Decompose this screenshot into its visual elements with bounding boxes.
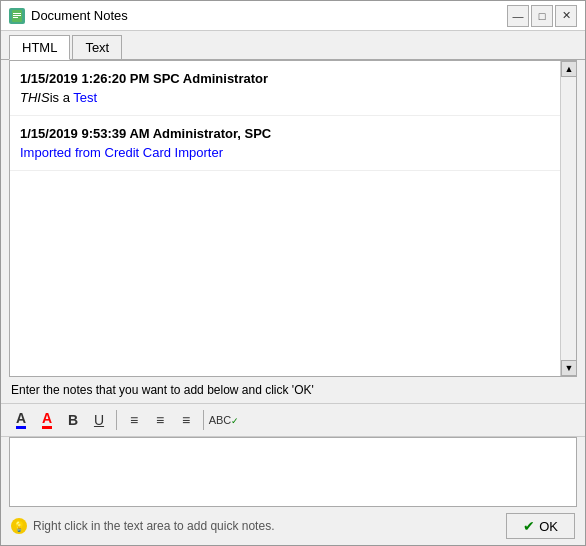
- align-left-button[interactable]: ≡: [122, 408, 146, 432]
- ok-label: OK: [539, 519, 558, 534]
- close-button[interactable]: ✕: [555, 5, 577, 27]
- scrollbar-track: ▲ ▼: [560, 61, 576, 376]
- instruction-bar: Enter the notes that you want to add bel…: [1, 377, 585, 403]
- align-right-icon: ≡: [182, 412, 190, 428]
- note-body-1: THISis a Test: [20, 90, 556, 105]
- ok-checkmark-icon: ✔: [523, 518, 535, 534]
- spellcheck-button[interactable]: ABC✓: [209, 408, 239, 432]
- app-icon: [9, 8, 25, 24]
- notes-display-area: 1/15/2019 1:26:20 PM SPC Administrator T…: [9, 60, 577, 377]
- scrollbar-up-button[interactable]: ▲: [561, 61, 577, 77]
- toolbar-separator-2: [203, 410, 204, 430]
- spellcheck-icon: ABC✓: [209, 414, 240, 426]
- formatting-toolbar: A A B U ≡ ≡ ≡ ABC✓: [1, 403, 585, 437]
- note-imported-text: Imported from Credit Card Importer: [20, 145, 223, 160]
- scrollbar-down-button[interactable]: ▼: [561, 360, 577, 376]
- hint-text: Right click in the text area to add quic…: [33, 519, 506, 533]
- bottom-bar: 💡 Right click in the text area to add qu…: [1, 507, 585, 545]
- note-header-2: 1/15/2019 9:53:39 AM Administrator, SPC: [20, 126, 556, 141]
- note-blue-text: Test: [73, 90, 97, 105]
- font-a-red-icon: A: [42, 411, 52, 429]
- tab-text[interactable]: Text: [72, 35, 122, 59]
- tab-bar: HTML Text: [1, 31, 585, 60]
- align-center-icon: ≡: [156, 412, 164, 428]
- svg-rect-1: [13, 13, 21, 14]
- note-italic-text: THIS: [20, 90, 50, 105]
- note-entry-1: 1/15/2019 1:26:20 PM SPC Administrator T…: [10, 61, 576, 116]
- font-a-blue-icon: A: [16, 411, 26, 429]
- align-center-button[interactable]: ≡: [148, 408, 172, 432]
- underline-icon: U: [94, 412, 104, 428]
- note-editor-input[interactable]: [14, 442, 572, 502]
- bold-icon: B: [68, 412, 78, 428]
- hint-icon: 💡: [11, 518, 27, 534]
- svg-rect-3: [13, 17, 18, 18]
- maximize-button[interactable]: □: [531, 5, 553, 27]
- note-header-1: 1/15/2019 1:26:20 PM SPC Administrator: [20, 71, 556, 86]
- note-entry-2: 1/15/2019 9:53:39 AM Administrator, SPC …: [10, 116, 576, 171]
- font-color-red-button[interactable]: A: [35, 408, 59, 432]
- ok-button[interactable]: ✔ OK: [506, 513, 575, 539]
- window-controls: — □ ✕: [507, 5, 577, 27]
- note-body-2: Imported from Credit Card Importer: [20, 145, 556, 160]
- toolbar-separator-1: [116, 410, 117, 430]
- minimize-button[interactable]: —: [507, 5, 529, 27]
- editor-area[interactable]: [9, 437, 577, 507]
- document-notes-window: Document Notes — □ ✕ HTML Text 1/15/2019…: [0, 0, 586, 546]
- tab-html[interactable]: HTML: [9, 35, 70, 60]
- window-title: Document Notes: [31, 8, 507, 23]
- font-color-blue-button[interactable]: A: [9, 408, 33, 432]
- svg-rect-2: [13, 15, 21, 16]
- title-bar: Document Notes — □ ✕: [1, 1, 585, 31]
- instruction-text: Enter the notes that you want to add bel…: [11, 383, 314, 397]
- underline-button[interactable]: U: [87, 408, 111, 432]
- align-left-icon: ≡: [130, 412, 138, 428]
- note-plain-text: is a: [50, 90, 74, 105]
- bold-button[interactable]: B: [61, 408, 85, 432]
- align-right-button[interactable]: ≡: [174, 408, 198, 432]
